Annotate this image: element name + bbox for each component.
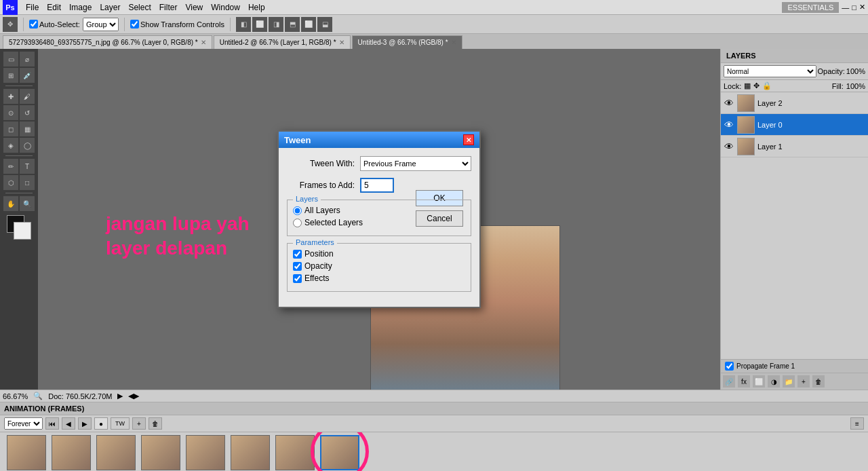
- lock-all-icon[interactable]: 🔒: [762, 81, 772, 90]
- zoom-icon[interactable]: 🔍: [33, 392, 43, 400]
- lock-position-icon[interactable]: ✥: [753, 81, 760, 90]
- align-right-icon[interactable]: ◨: [269, 17, 283, 32]
- lock-pixels-icon[interactable]: ▦: [744, 81, 751, 90]
- frame-7[interactable]: 7 0 sec.: [274, 435, 316, 471]
- panel-menu-icon[interactable]: ≡: [850, 417, 864, 430]
- all-layers-radio[interactable]: [293, 206, 302, 215]
- layers-toolbar: Normal Opacity: 100%: [721, 63, 868, 80]
- tween-button[interactable]: TW: [111, 417, 130, 430]
- play-button[interactable]: ▶: [78, 417, 92, 430]
- path-tool-icon[interactable]: ⬡: [3, 175, 18, 190]
- menu-filter[interactable]: Filter: [155, 1, 182, 14]
- brush-tool-icon[interactable]: 🖌: [20, 89, 35, 104]
- link-layers-icon[interactable]: 🔗: [723, 375, 735, 388]
- blur-tool-icon[interactable]: ◈: [3, 138, 18, 153]
- frames-to-add-input[interactable]: [360, 178, 394, 193]
- zoom-tool-icon[interactable]: 🔍: [20, 196, 35, 211]
- show-transform-checkbox[interactable]: [130, 20, 139, 29]
- selected-layers-radio[interactable]: [293, 219, 302, 227]
- menu-select[interactable]: Select: [124, 1, 155, 14]
- position-checkbox[interactable]: [293, 250, 302, 259]
- essentials-label[interactable]: ESSENTIALS: [782, 2, 839, 13]
- menu-help[interactable]: Help: [244, 1, 269, 14]
- autoselect-checkbox[interactable]: [29, 20, 38, 29]
- layer-1-name: Layer 1: [757, 143, 783, 151]
- tab-1[interactable]: Untitled-2 @ 66.7% (Layer 1, RGB/8) * ✕: [214, 35, 351, 49]
- history-tool-icon[interactable]: ↺: [20, 105, 35, 120]
- tab-0-close[interactable]: ✕: [201, 39, 206, 46]
- align-left-icon[interactable]: ◧: [236, 17, 251, 32]
- mask-icon[interactable]: ⬜: [753, 375, 765, 388]
- hand-tool-icon[interactable]: ✋: [3, 196, 18, 211]
- frame-8[interactable]: 8 0 sec.: [319, 435, 361, 471]
- eraser-tool-icon[interactable]: ◻: [3, 121, 18, 136]
- tab-1-close[interactable]: ✕: [339, 39, 344, 46]
- delete-frame-button[interactable]: 🗑: [149, 417, 162, 430]
- effects-checkbox[interactable]: [293, 274, 302, 283]
- background-color[interactable]: [14, 222, 31, 240]
- frame-2[interactable]: 2 0 sec.: [50, 435, 92, 471]
- dialog-content: OK Cancel Tween With: Previous Frame Fir…: [287, 156, 471, 292]
- move-tool-icon[interactable]: ✥: [3, 17, 18, 32]
- selection-tool-icon[interactable]: ▭: [3, 52, 18, 67]
- loop-select[interactable]: Forever: [4, 417, 43, 430]
- delete-layer-icon[interactable]: 🗑: [812, 375, 825, 388]
- propagate-frame-checkbox[interactable]: [725, 362, 734, 371]
- maximize-icon[interactable]: □: [852, 3, 856, 12]
- tab-2[interactable]: Untitled-3 @ 66.7% (RGB/8) * ✕: [352, 35, 462, 49]
- group-icon[interactable]: 📁: [783, 375, 795, 388]
- layer-item-1[interactable]: 👁 Layer 1: [721, 136, 868, 157]
- play-stop-button[interactable]: ●: [94, 417, 108, 430]
- tween-with-select[interactable]: Previous Frame First Frame Last Frame: [360, 156, 471, 171]
- text-tool-icon[interactable]: T: [20, 159, 35, 174]
- stamp-tool-icon[interactable]: ⊙: [3, 105, 18, 120]
- first-frame-button[interactable]: ⏮: [45, 417, 59, 430]
- menu-edit[interactable]: Edit: [43, 1, 65, 14]
- menu-image[interactable]: Image: [65, 1, 96, 14]
- align-center-h-icon[interactable]: ⬜: [252, 17, 267, 32]
- align-bottom-icon[interactable]: ⬓: [317, 17, 332, 32]
- menu-view[interactable]: View: [181, 1, 207, 14]
- layer-item-2[interactable]: 👁 Layer 2: [721, 92, 868, 114]
- new-frame-button[interactable]: +: [132, 417, 146, 430]
- layer-item-0[interactable]: 👁 Layer 0: [721, 114, 868, 136]
- tab-0[interactable]: 572793936480_693755775_n.jpg @ 66.7% (La…: [3, 35, 212, 49]
- healing-tool-icon[interactable]: ✚: [3, 89, 18, 104]
- frame-4[interactable]: 4 0 sec.: [140, 435, 182, 471]
- crop-tool-icon[interactable]: ⊞: [3, 68, 18, 83]
- gradient-tool-icon[interactable]: ▦: [20, 121, 35, 136]
- menu-layer[interactable]: Layer: [96, 1, 124, 14]
- layer-1-visibility-icon[interactable]: 👁: [724, 141, 734, 152]
- opacity-checkbox[interactable]: [293, 262, 302, 271]
- frame-1[interactable]: 1 0 sec.: [5, 435, 47, 471]
- frame-5[interactable]: 5 0 sec.: [184, 435, 226, 471]
- dodge-tool-icon[interactable]: ◯: [20, 138, 35, 153]
- autoselect-group-select[interactable]: Group: [83, 18, 119, 31]
- new-layer-icon[interactable]: +: [797, 375, 810, 388]
- align-center-v-icon[interactable]: ⬜: [301, 17, 316, 32]
- align-top-icon[interactable]: ⬒: [285, 17, 300, 32]
- layer-2-visibility-icon[interactable]: 👁: [724, 98, 734, 109]
- menu-file[interactable]: File: [22, 1, 43, 14]
- frame-6[interactable]: 6 0 sec.: [229, 435, 271, 471]
- frame-5-thumb: [186, 435, 225, 470]
- add-style-icon[interactable]: fx: [738, 375, 750, 388]
- nav-arrow-right[interactable]: ▶: [117, 392, 123, 400]
- lasso-tool-icon[interactable]: ⌀: [20, 52, 35, 67]
- close-icon[interactable]: ✕: [859, 3, 865, 12]
- timeline-expand-icon[interactable]: ◀▶: [128, 392, 139, 400]
- prev-frame-button[interactable]: ◀: [62, 417, 75, 430]
- shape-tool-icon[interactable]: □: [20, 175, 35, 190]
- pen-tool-icon[interactable]: ✏: [3, 159, 18, 174]
- minimize-icon[interactable]: —: [842, 3, 849, 12]
- adjustment-icon[interactable]: ◑: [768, 375, 780, 388]
- layers-lock-row: Lock: ▦ ✥ 🔒 Fill: 100%: [721, 80, 868, 92]
- layer-0-visibility-icon[interactable]: 👁: [724, 119, 734, 130]
- tab-2-close[interactable]: ✕: [451, 39, 456, 46]
- frame-3[interactable]: 3 0 sec.: [95, 435, 137, 471]
- color-picker[interactable]: [7, 215, 31, 240]
- dialog-close-button[interactable]: ✕: [463, 134, 474, 145]
- eyedrop-tool-icon[interactable]: 💉: [20, 68, 35, 83]
- blend-mode-select[interactable]: Normal: [724, 65, 816, 77]
- menu-window[interactable]: Window: [207, 1, 244, 14]
